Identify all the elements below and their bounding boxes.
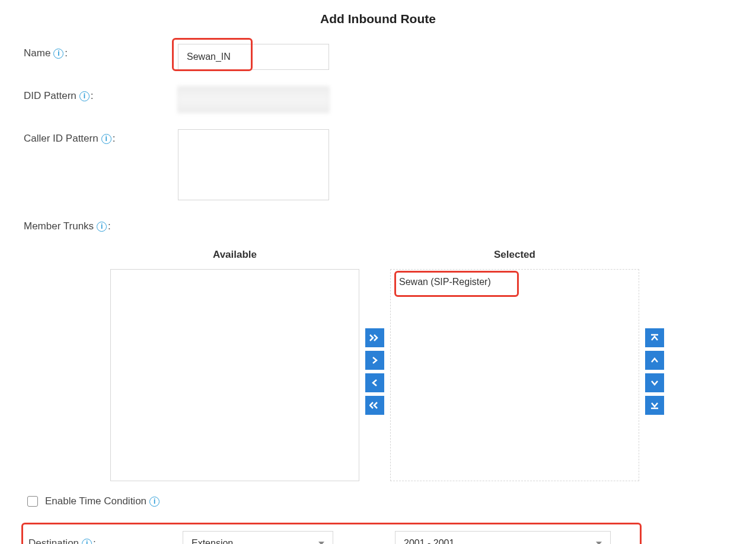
chevron-down-icon [596,542,602,544]
enable-time-label: Enable Time Condition [45,495,146,507]
name-input[interactable] [178,44,329,70]
available-listbox[interactable] [110,269,359,481]
move-top-button[interactable] [645,328,664,347]
move-all-right-button[interactable] [365,328,384,347]
move-up-button[interactable] [645,351,664,370]
enable-time-checkbox[interactable] [27,496,38,507]
page-title: Add Inbound Route [24,12,732,26]
destination-target-dropdown[interactable]: 2001 - 2001 [395,531,611,544]
info-icon[interactable]: i [97,222,107,232]
info-icon[interactable]: i [53,49,63,59]
dropdown-value: Extension [192,538,233,544]
move-down-button[interactable] [645,373,664,392]
selected-listbox[interactable]: Sewan (SIP-Register) [390,269,639,481]
move-bottom-button[interactable] [645,396,664,415]
info-icon[interactable]: i [101,134,111,144]
did-pattern-input[interactable] [178,87,329,113]
available-header: Available [213,249,257,261]
label-destination: Destination i : [28,537,183,544]
label-caller-id-pattern: Caller ID Pattern i : [24,129,178,145]
destination-type-dropdown[interactable]: Extension [183,531,333,544]
selected-header: Selected [494,249,535,261]
move-all-left-button[interactable] [365,396,384,415]
info-icon[interactable]: i [82,539,92,545]
info-icon[interactable]: i [149,497,160,507]
info-icon[interactable]: i [79,91,90,101]
chevron-down-icon [318,542,324,544]
label-did-pattern: DID Pattern i : [24,87,178,102]
label-member-trunks: Member Trunks i : [24,217,178,232]
dropdown-value: 2001 - 2001 [404,538,454,544]
list-item[interactable]: Sewan (SIP-Register) [391,272,639,292]
caller-id-pattern-input[interactable] [178,129,329,200]
move-left-button[interactable] [365,373,384,392]
move-right-button[interactable] [365,351,384,370]
label-name: Name i : [24,44,178,59]
